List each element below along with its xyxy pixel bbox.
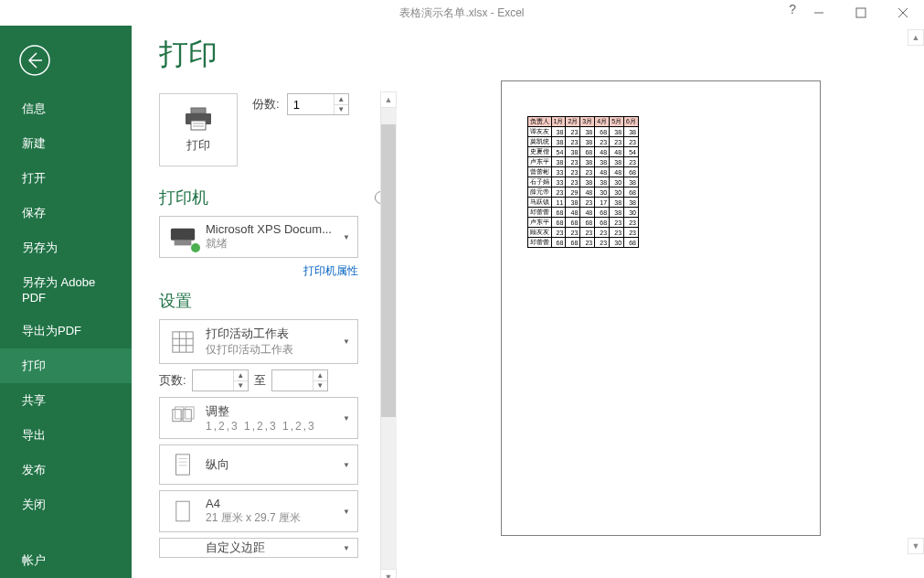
table-cell: 石子娟: [527, 177, 551, 187]
table-cell: 38: [551, 137, 566, 147]
collate-title: 调整: [206, 403, 335, 420]
preview-table: 负责人1月2月3月4月5月6月谭友友382338683838莫凯统3823382…: [527, 116, 639, 248]
close-button[interactable]: [882, 0, 924, 26]
nav-item-0[interactable]: 信息: [0, 91, 132, 126]
scroll-down-icon[interactable]: ▼: [908, 538, 924, 554]
nav-item-11[interactable]: 关闭: [0, 487, 132, 522]
table-cell: 29: [566, 187, 580, 198]
help-button[interactable]: ?: [789, 2, 796, 16]
ready-check-icon: [191, 243, 200, 252]
pages-from-input[interactable]: [193, 370, 233, 391]
table-cell: 23: [595, 238, 610, 248]
chevron-down-icon: ▼: [343, 233, 354, 241]
svg-rect-22: [176, 501, 189, 521]
scroll-thumb[interactable]: [381, 124, 396, 417]
paper-dropdown[interactable]: A4 21 厘米 x 29.7 厘米 ▼: [159, 490, 358, 532]
pages-from-spinner[interactable]: ▲▼: [192, 369, 249, 391]
svg-rect-17: [186, 407, 194, 419]
preview-panel: 负责人1月2月3月4月5月6月谭友友382338683838莫凯统3823382…: [397, 26, 924, 578]
table-cell: 23: [566, 177, 580, 187]
pages-to-spinner[interactable]: ▲▼: [271, 369, 328, 391]
svg-rect-7: [171, 229, 195, 241]
copies-up[interactable]: ▲: [335, 94, 348, 105]
margins-dropdown[interactable]: 自定义边距 ▼: [159, 538, 358, 558]
table-cell: 48: [580, 187, 595, 198]
table-cell: 莫凯统: [527, 137, 551, 147]
table-cell: 54: [624, 147, 639, 157]
nav-item-8[interactable]: 共享: [0, 383, 132, 418]
window-title: 表格演示名单.xlsx - Excel: [399, 5, 524, 21]
print-button[interactable]: 打印: [159, 93, 238, 166]
table-cell: 30: [610, 187, 624, 198]
nav-item-1[interactable]: 新建: [0, 126, 132, 161]
nav-item-9[interactable]: 导出: [0, 418, 132, 453]
nav-item-6[interactable]: 导出为PDF: [0, 314, 132, 348]
nav-item-5[interactable]: 另存为 Adobe PDF: [0, 265, 132, 314]
table-cell: 23: [580, 238, 595, 248]
maximize-button[interactable]: [840, 0, 882, 26]
chevron-down-icon: ▼: [343, 508, 354, 516]
orientation-title: 纵向: [206, 456, 335, 473]
nav-item-7[interactable]: 打印: [0, 348, 132, 383]
arrow-down-icon[interactable]: ▼: [313, 381, 327, 391]
copies-input[interactable]: [288, 94, 334, 114]
scroll-up-icon[interactable]: ▲: [380, 91, 397, 108]
table-header: 4月: [595, 117, 610, 127]
table-cell: 38: [580, 127, 595, 137]
printer-dropdown[interactable]: Microsoft XPS Docum... 就绪 ▼: [159, 216, 358, 258]
settings-panel: 打印 打印 份数:: [132, 26, 397, 578]
print-sheets-dropdown[interactable]: 打印活动工作表 仅打印活动工作表 ▼: [159, 319, 358, 364]
table-cell: 38: [610, 198, 624, 208]
arrow-down-icon[interactable]: ▼: [234, 381, 248, 391]
table-cell: 11: [551, 198, 566, 208]
nav-item-2[interactable]: 打开: [0, 161, 132, 196]
copies-down[interactable]: ▼: [335, 105, 348, 115]
table-cell: 23: [580, 228, 595, 238]
table-cell: 48: [610, 167, 624, 177]
printer-properties-link[interactable]: 打印机属性: [159, 263, 358, 279]
preview-scrollbar[interactable]: ▲ ▼: [908, 29, 924, 578]
printer-name: Microsoft XPS Docum...: [206, 222, 335, 236]
print-button-label: 打印: [186, 137, 210, 154]
page-title: 打印: [159, 35, 388, 75]
orientation-dropdown[interactable]: 纵向 ▼: [159, 444, 358, 485]
nav-item-4[interactable]: 另存为: [0, 230, 132, 265]
chevron-down-icon: ▼: [343, 461, 354, 469]
scroll-up-icon[interactable]: ▲: [908, 29, 924, 46]
table-cell: 68: [624, 167, 639, 177]
chevron-down-icon: ▼: [343, 337, 354, 346]
table-cell: 23: [624, 218, 639, 228]
table-cell: 68: [580, 147, 595, 157]
table-cell: 30: [610, 238, 624, 248]
minimize-button[interactable]: [798, 0, 840, 26]
settings-scrollbar[interactable]: ▲ ▼: [380, 91, 397, 578]
scroll-down-icon[interactable]: ▼: [380, 569, 397, 578]
nav-account[interactable]: 帐户: [0, 543, 132, 578]
table-cell: 23: [610, 218, 624, 228]
table-header: 6月: [624, 117, 639, 127]
table-cell: 38: [610, 157, 624, 167]
margins-icon: [167, 540, 198, 556]
table-cell: 薛元帝: [527, 187, 551, 198]
svg-rect-2: [191, 108, 206, 113]
table-cell: 68: [551, 238, 566, 248]
printer-status: 就绪: [206, 236, 335, 252]
chevron-down-icon: ▼: [343, 544, 354, 552]
table-cell: 23: [566, 127, 580, 137]
arrow-up-icon[interactable]: ▲: [313, 370, 327, 381]
pages-to-input[interactable]: [272, 370, 313, 391]
table-cell: 23: [624, 137, 639, 147]
table-header: 1月: [551, 117, 566, 127]
table-cell: 谭友友: [527, 127, 551, 137]
sheets-icon: [167, 328, 198, 356]
copies-spinner[interactable]: ▲ ▼: [287, 93, 349, 115]
svg-rect-4: [191, 121, 206, 130]
table-cell: 23: [566, 167, 580, 177]
nav-item-3[interactable]: 保存: [0, 196, 132, 230]
back-button[interactable]: [13, 38, 57, 82]
table-cell: 38: [580, 177, 595, 187]
nav-item-10[interactable]: 发布: [0, 453, 132, 487]
collate-dropdown[interactable]: 调整 1,2,3 1,2,3 1,2,3 ▼: [159, 397, 358, 439]
print-sheets-title: 打印活动工作表: [206, 326, 335, 342]
arrow-up-icon[interactable]: ▲: [234, 370, 248, 381]
